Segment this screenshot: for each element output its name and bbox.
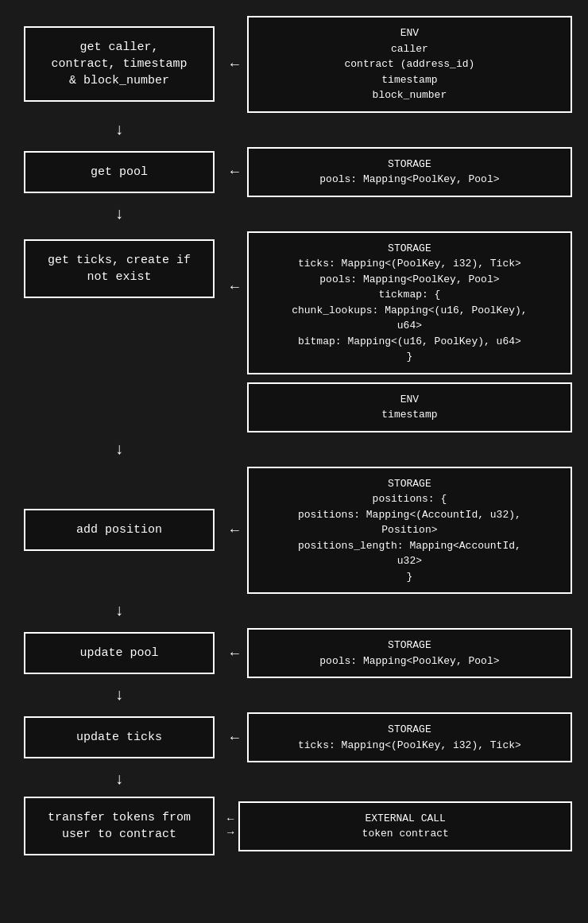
flow-diagram: get caller, contract, timestamp & block_… <box>16 16 572 855</box>
external-call-box: EXTERNAL CALL token contract <box>238 801 572 851</box>
transfer-tokens-box: transfer tokens from user to contract <box>24 797 215 855</box>
get-pool-box: get pool <box>24 151 215 193</box>
get-ticks-box: get ticks, create if not exist <box>24 239 215 298</box>
storage-ticks-2-box: STORAGE ticks: Mapping<(PoolKey, i32), T… <box>247 712 572 762</box>
arrow-down-2: ↓ <box>16 197 222 231</box>
arrow-storage-pools-1: ← <box>222 164 247 180</box>
arrow-down-5: ↓ <box>16 678 222 712</box>
arrow-storage-ticks-2: ← <box>222 730 247 746</box>
update-ticks-box: update ticks <box>24 716 215 758</box>
arrow-down-1: ↓ <box>16 113 222 147</box>
storage-pools-1-box: STORAGE pools: Mapping<PoolKey, Pool> <box>247 147 572 197</box>
arrow-down-3: ↓ <box>16 432 222 467</box>
add-position-box: add position <box>24 509 215 551</box>
storage-positions-box: STORAGE positions: { positions: Mapping<… <box>247 467 572 595</box>
arrow-storage-pools-2: ← <box>222 646 247 661</box>
arrow-env-caller: ← <box>222 56 247 72</box>
update-pool-box: update pool <box>24 632 215 674</box>
get-caller-box: get caller, contract, timestamp & block_… <box>24 26 215 102</box>
double-arrow-external: ← → <box>222 812 238 840</box>
arrow-storage-ticks: ← <box>222 231 247 295</box>
arrow-down-4: ↓ <box>16 594 222 628</box>
arrow-storage-positions: ← <box>222 522 247 538</box>
storage-pools-2-box: STORAGE pools: Mapping<PoolKey, Pool> <box>247 628 572 678</box>
env-timestamp-box: ENV timestamp <box>247 382 572 432</box>
arrow-down-6: ↓ <box>16 762 222 797</box>
storage-ticks-box: STORAGE ticks: Mapping<(PoolKey, i32), T… <box>247 231 572 374</box>
env-caller-box: ENV caller contract (address_id) timesta… <box>247 16 572 113</box>
